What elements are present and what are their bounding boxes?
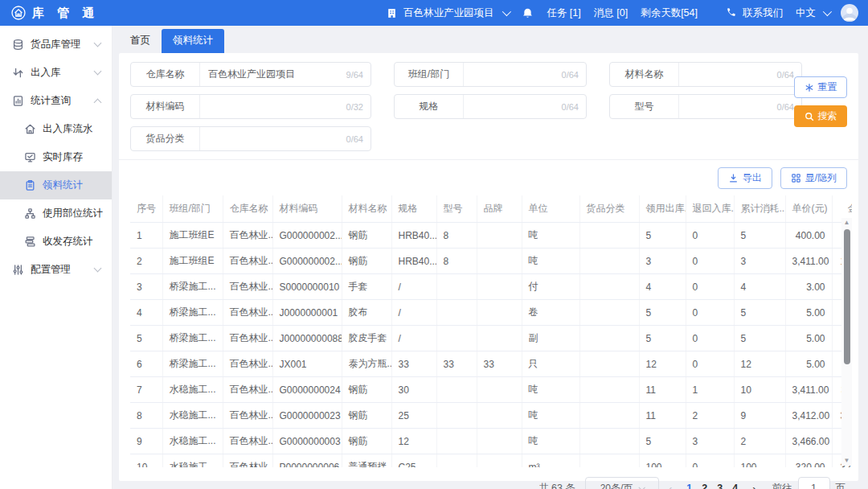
sidebar-item-收发存统计[interactable]: 收发存统计 xyxy=(0,228,112,256)
sidebar-item-出入库[interactable]: 出入库 xyxy=(0,59,112,87)
cell-规格: 12 xyxy=(391,429,436,454)
cell-材料名称: 胶皮手套 xyxy=(342,326,391,351)
vertical-scrollbar[interactable]: ▲ ▼ xyxy=(841,218,852,466)
cell-累计消耗...: 9 xyxy=(734,403,785,429)
sidebar-item-label: 货品库管理 xyxy=(31,38,81,51)
cell-单价(元): 320.00 xyxy=(785,454,832,468)
cell-退回入库...: 0 xyxy=(686,326,734,351)
tab-首页[interactable]: 首页 xyxy=(119,29,162,53)
field-label: 型号 xyxy=(610,95,679,118)
page-number-2[interactable]: 2 xyxy=(697,483,712,489)
sidebar-item-统计查询[interactable]: 统计查询 xyxy=(0,87,112,115)
sidebar-item-出入库流水[interactable]: 出入库流水 xyxy=(0,115,112,143)
cell-累计消耗...: 12 xyxy=(734,351,785,377)
column-header-材料编码: 材料编码 xyxy=(272,195,342,223)
page-size-select[interactable]: 20条/页 xyxy=(585,477,659,489)
field-counter: 9/64 xyxy=(346,70,371,80)
cell-班组/部门: 水稳施工... xyxy=(162,403,223,429)
main-area: 首页领料统计 仓库名称9/64班组/部门0/64材料名称0/64材料编码0/32… xyxy=(113,26,868,489)
sliders-icon xyxy=(12,264,24,276)
column-header-序号: 序号 xyxy=(130,195,162,223)
table-row[interactable]: 8水稳施工...百色林业...G0000000023钢筋25吨11293,412… xyxy=(130,403,852,429)
field-input-材料编码[interactable] xyxy=(200,101,346,113)
page-number-3[interactable]: 3 xyxy=(712,483,727,489)
column-header-仓库名称: 仓库名称 xyxy=(223,195,272,223)
field-input-材料名称[interactable] xyxy=(679,69,777,80)
field-label: 材料编码 xyxy=(131,95,200,118)
prev-page-button[interactable]: ‹ xyxy=(665,483,675,489)
page-number-1[interactable]: 1 xyxy=(682,483,697,489)
cell-班组/部门: 水稳施工... xyxy=(162,454,223,468)
cell-序号: 2 xyxy=(130,249,162,274)
cell-材料名称: 手套 xyxy=(342,274,391,300)
tab-领料统计[interactable]: 领料统计 xyxy=(162,29,224,53)
cell-退回入库...: 0 xyxy=(686,300,734,326)
sidebar-item-货品库管理[interactable]: 货品库管理 xyxy=(0,31,112,59)
sidebar-item-label: 配置管理 xyxy=(31,263,71,277)
sidebar-item-领料统计[interactable]: 领料统计 xyxy=(0,171,112,199)
table-row[interactable]: 9水稳施工...百色林业...G0000000003钢筋12吨5323,466.… xyxy=(130,429,852,454)
content-card: 仓库名称9/64班组/部门0/64材料名称0/64材料编码0/32规格0/64型… xyxy=(119,53,858,481)
cell-材料编码: J00000000088 xyxy=(272,326,342,351)
cell-材料编码: G0000000024 xyxy=(272,377,342,403)
reset-button[interactable]: 重置 xyxy=(794,76,847,98)
sidebar-item-使用部位统计[interactable]: 使用部位统计 xyxy=(0,199,112,228)
bell-icon[interactable] xyxy=(522,7,534,19)
goto-page-input[interactable] xyxy=(798,477,830,489)
cell-仓库名称: 百色林业... xyxy=(223,326,272,351)
field-input-型号[interactable] xyxy=(679,101,777,113)
cell-退回入库...: 0 xyxy=(686,274,734,300)
cell-材料名称: 钢筋 xyxy=(342,403,391,429)
cell-规格: / xyxy=(391,274,436,300)
sidebar-item-实时库存[interactable]: 实时库存 xyxy=(0,143,112,171)
cell-班组/部门: 水稳施工... xyxy=(162,377,223,403)
cell-单位: m³ xyxy=(522,454,579,468)
field-input-班组/部门[interactable] xyxy=(464,69,562,80)
export-button[interactable]: 导出 xyxy=(718,167,772,189)
column-header-规格: 规格 xyxy=(391,195,436,223)
cell-单价(元): 3,411.00 xyxy=(785,249,832,274)
page-number-4[interactable]: 4 xyxy=(727,483,743,489)
cell-累计消耗...: 4 xyxy=(734,274,785,300)
sidebar-item-label: 领料统计 xyxy=(43,179,83,192)
cell-品牌 xyxy=(477,274,522,300)
column-header-退回入库...: 退回入库... xyxy=(686,195,734,223)
field-input-规格[interactable] xyxy=(464,101,562,113)
search-button[interactable]: 搜索 xyxy=(794,105,847,127)
scrollbar-thumb[interactable] xyxy=(844,229,850,364)
table-row[interactable]: 7水稳施工...百色林业...G0000000024钢筋30吨111103,41… xyxy=(130,377,852,403)
table-row[interactable]: 1施工班组E百色林业...G000000002...钢筋HRB40...8吨50… xyxy=(130,223,852,249)
cell-单价(元): 5.00 xyxy=(785,351,832,377)
cell-材料编码: G0000000003 xyxy=(272,429,342,454)
project-name: 百色林业产业园项目 xyxy=(403,6,494,20)
next-page-button[interactable]: › xyxy=(749,483,759,489)
search-field-型号: 型号0/64 xyxy=(609,94,802,119)
table-row[interactable]: 5桥梁施工...百色林业...J00000000088胶皮手套/副5055.00… xyxy=(130,326,852,351)
cell-退回入库...: 0 xyxy=(686,249,734,274)
table-row[interactable]: 10水稳施工...百色林业...P0000000006普通预拌...C25m³1… xyxy=(130,454,852,468)
field-label: 规格 xyxy=(395,95,464,118)
scroll-down-arrow-icon[interactable]: ▼ xyxy=(841,456,852,466)
tasks-link[interactable]: 任务 [1] xyxy=(547,6,580,20)
show-hide-columns-button[interactable]: 显/隐列 xyxy=(780,167,847,189)
cell-退回入库...: 3 xyxy=(686,429,734,454)
field-input-仓库名称[interactable] xyxy=(200,69,346,80)
contact-link[interactable]: 联系我们 xyxy=(743,6,783,20)
sidebar-item-配置管理[interactable]: 配置管理 xyxy=(0,256,112,284)
cell-单位: 吨 xyxy=(522,377,579,403)
scroll-up-arrow-icon[interactable]: ▲ xyxy=(841,218,852,228)
cell-序号: 7 xyxy=(130,377,162,403)
table-row[interactable]: 6桥梁施工...百色林业...JX001泰为方瓶...333333只120125… xyxy=(130,351,852,377)
column-header-累计消耗...: 累计消耗... xyxy=(734,195,785,223)
project-selector[interactable]: 百色林业产业园项目 xyxy=(386,6,510,20)
language-selector[interactable]: 中文 xyxy=(796,6,829,20)
cell-领用出库...: 4 xyxy=(639,274,686,300)
avatar[interactable] xyxy=(841,4,858,22)
table-row[interactable]: 3桥梁施工...百色林业...S0000000010手套/付4043.0012.… xyxy=(130,274,852,300)
messages-link[interactable]: 消息 [0] xyxy=(594,6,628,20)
field-input-货品分类[interactable] xyxy=(200,134,346,145)
table-row[interactable]: 2施工班组E百色林业...G000000002...钢筋HRB40...8吨30… xyxy=(130,249,852,274)
table-row[interactable]: 4桥梁施工...百色林业...J0000000001胶布/卷5055.0025.… xyxy=(130,300,852,326)
cell-规格: / xyxy=(391,326,436,351)
cell-领用出库...: 5 xyxy=(639,300,686,326)
